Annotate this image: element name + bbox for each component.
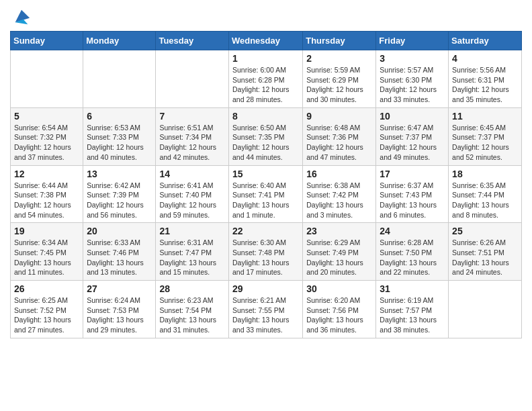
day-number: 19 xyxy=(14,226,79,236)
calendar-cell: 23Sunrise: 6:29 AM Sunset: 7:49 PM Dayli… xyxy=(303,223,376,281)
day-header-sunday: Sunday xyxy=(11,32,83,50)
calendar-cell: 18Sunrise: 6:35 AM Sunset: 7:44 PM Dayli… xyxy=(449,165,522,223)
logo-icon xyxy=(12,7,31,26)
day-number: 17 xyxy=(380,169,445,179)
calendar-cell: 30Sunrise: 6:20 AM Sunset: 7:56 PM Dayli… xyxy=(303,281,376,338)
calendar-cell: 19Sunrise: 6:34 AM Sunset: 7:45 PM Dayli… xyxy=(11,223,83,281)
calendar-week-row: 26Sunrise: 6:25 AM Sunset: 7:52 PM Dayli… xyxy=(11,281,522,338)
calendar-cell: 7Sunrise: 6:51 AM Sunset: 7:34 PM Daylig… xyxy=(156,107,229,165)
day-number: 25 xyxy=(452,226,518,236)
day-info: Sunrise: 6:41 AM Sunset: 7:40 PM Dayligh… xyxy=(159,181,225,220)
calendar-cell xyxy=(156,50,229,108)
day-info: Sunrise: 6:51 AM Sunset: 7:34 PM Dayligh… xyxy=(159,123,225,163)
day-number: 18 xyxy=(452,169,518,179)
calendar-cell: 31Sunrise: 6:19 AM Sunset: 7:57 PM Dayli… xyxy=(376,281,449,338)
calendar-cell: 29Sunrise: 6:21 AM Sunset: 7:55 PM Dayli… xyxy=(228,281,302,338)
day-number: 24 xyxy=(380,226,445,236)
calendar-cell: 14Sunrise: 6:41 AM Sunset: 7:40 PM Dayli… xyxy=(156,165,229,223)
day-number: 7 xyxy=(159,111,225,122)
calendar-cell: 8Sunrise: 6:50 AM Sunset: 7:35 PM Daylig… xyxy=(228,107,302,165)
day-info: Sunrise: 6:00 AM Sunset: 6:28 PM Dayligh… xyxy=(232,65,299,105)
calendar-cell xyxy=(83,50,156,108)
day-info: Sunrise: 6:54 AM Sunset: 7:32 PM Dayligh… xyxy=(14,123,79,163)
day-info: Sunrise: 5:57 AM Sunset: 6:30 PM Dayligh… xyxy=(380,65,445,105)
calendar-week-row: 12Sunrise: 6:44 AM Sunset: 7:38 PM Dayli… xyxy=(11,165,522,223)
day-info: Sunrise: 6:44 AM Sunset: 7:38 PM Dayligh… xyxy=(14,181,79,220)
day-number: 3 xyxy=(380,53,445,64)
day-number: 21 xyxy=(159,226,225,236)
day-info: Sunrise: 6:42 AM Sunset: 7:39 PM Dayligh… xyxy=(87,181,152,220)
day-info: Sunrise: 6:48 AM Sunset: 7:36 PM Dayligh… xyxy=(306,123,372,163)
day-info: Sunrise: 5:59 AM Sunset: 6:29 PM Dayligh… xyxy=(306,65,372,105)
day-info: Sunrise: 6:34 AM Sunset: 7:45 PM Dayligh… xyxy=(14,238,79,277)
day-number: 11 xyxy=(452,111,518,122)
day-info: Sunrise: 6:30 AM Sunset: 7:48 PM Dayligh… xyxy=(232,238,299,277)
day-number: 9 xyxy=(306,111,372,122)
day-info: Sunrise: 6:25 AM Sunset: 7:52 PM Dayligh… xyxy=(14,295,79,335)
day-info: Sunrise: 6:24 AM Sunset: 7:53 PM Dayligh… xyxy=(87,295,152,335)
calendar-week-row: 5Sunrise: 6:54 AM Sunset: 7:32 PM Daylig… xyxy=(11,107,522,165)
page-container: SundayMondayTuesdayWednesdayThursdayFrid… xyxy=(0,0,532,349)
calendar-cell xyxy=(11,50,83,108)
logo xyxy=(10,10,31,26)
day-header-thursday: Thursday xyxy=(303,32,376,50)
calendar-cell: 1Sunrise: 6:00 AM Sunset: 6:28 PM Daylig… xyxy=(228,50,302,108)
calendar-week-row: 19Sunrise: 6:34 AM Sunset: 7:45 PM Dayli… xyxy=(11,223,522,281)
day-info: Sunrise: 6:26 AM Sunset: 7:51 PM Dayligh… xyxy=(452,238,518,277)
day-info: Sunrise: 6:28 AM Sunset: 7:50 PM Dayligh… xyxy=(380,238,445,277)
calendar-week-row: 1Sunrise: 6:00 AM Sunset: 6:28 PM Daylig… xyxy=(11,50,522,108)
day-number: 4 xyxy=(452,53,518,64)
day-info: Sunrise: 6:21 AM Sunset: 7:55 PM Dayligh… xyxy=(232,295,299,335)
calendar-cell: 2Sunrise: 5:59 AM Sunset: 6:29 PM Daylig… xyxy=(303,50,376,108)
day-number: 13 xyxy=(87,169,152,179)
calendar-cell: 16Sunrise: 6:38 AM Sunset: 7:42 PM Dayli… xyxy=(303,165,376,223)
calendar-cell: 10Sunrise: 6:47 AM Sunset: 7:37 PM Dayli… xyxy=(376,107,449,165)
calendar-cell: 12Sunrise: 6:44 AM Sunset: 7:38 PM Dayli… xyxy=(11,165,83,223)
calendar-cell: 21Sunrise: 6:31 AM Sunset: 7:47 PM Dayli… xyxy=(156,223,229,281)
day-info: Sunrise: 6:37 AM Sunset: 7:43 PM Dayligh… xyxy=(380,181,445,220)
day-info: Sunrise: 6:33 AM Sunset: 7:46 PM Dayligh… xyxy=(87,238,152,277)
day-number: 26 xyxy=(14,283,79,294)
day-info: Sunrise: 6:23 AM Sunset: 7:54 PM Dayligh… xyxy=(159,295,225,335)
day-number: 16 xyxy=(306,169,372,179)
day-info: Sunrise: 6:47 AM Sunset: 7:37 PM Dayligh… xyxy=(380,123,445,163)
day-number: 29 xyxy=(232,283,299,294)
calendar-cell: 28Sunrise: 6:23 AM Sunset: 7:54 PM Dayli… xyxy=(156,281,229,338)
day-number: 14 xyxy=(159,169,225,179)
calendar-cell: 25Sunrise: 6:26 AM Sunset: 7:51 PM Dayli… xyxy=(449,223,522,281)
calendar-cell: 26Sunrise: 6:25 AM Sunset: 7:52 PM Dayli… xyxy=(11,281,83,338)
day-number: 27 xyxy=(87,283,152,294)
day-number: 5 xyxy=(14,111,79,122)
day-info: Sunrise: 6:40 AM Sunset: 7:41 PM Dayligh… xyxy=(232,181,299,220)
calendar-cell xyxy=(449,281,522,338)
day-info: Sunrise: 6:31 AM Sunset: 7:47 PM Dayligh… xyxy=(159,238,225,277)
calendar-cell: 4Sunrise: 5:56 AM Sunset: 6:31 PM Daylig… xyxy=(449,50,522,108)
day-number: 1 xyxy=(232,53,299,64)
day-number: 28 xyxy=(159,283,225,294)
day-number: 30 xyxy=(306,283,372,294)
calendar-header-row: SundayMondayTuesdayWednesdayThursdayFrid… xyxy=(11,32,522,50)
day-info: Sunrise: 6:53 AM Sunset: 7:33 PM Dayligh… xyxy=(87,123,152,163)
day-number: 6 xyxy=(87,111,152,122)
day-number: 31 xyxy=(380,283,445,294)
calendar-cell: 22Sunrise: 6:30 AM Sunset: 7:48 PM Dayli… xyxy=(228,223,302,281)
calendar-cell: 13Sunrise: 6:42 AM Sunset: 7:39 PM Dayli… xyxy=(83,165,156,223)
day-info: Sunrise: 6:45 AM Sunset: 7:37 PM Dayligh… xyxy=(452,123,518,163)
day-number: 20 xyxy=(87,226,152,236)
day-number: 23 xyxy=(306,226,372,236)
calendar-table: SundayMondayTuesdayWednesdayThursdayFrid… xyxy=(10,31,522,338)
day-info: Sunrise: 5:56 AM Sunset: 6:31 PM Dayligh… xyxy=(452,65,518,105)
calendar-cell: 11Sunrise: 6:45 AM Sunset: 7:37 PM Dayli… xyxy=(449,107,522,165)
calendar-cell: 17Sunrise: 6:37 AM Sunset: 7:43 PM Dayli… xyxy=(376,165,449,223)
calendar-cell: 15Sunrise: 6:40 AM Sunset: 7:41 PM Dayli… xyxy=(228,165,302,223)
day-header-saturday: Saturday xyxy=(449,32,522,50)
day-info: Sunrise: 6:29 AM Sunset: 7:49 PM Dayligh… xyxy=(306,238,372,277)
header xyxy=(10,7,522,26)
day-number: 22 xyxy=(232,226,299,236)
calendar-cell: 5Sunrise: 6:54 AM Sunset: 7:32 PM Daylig… xyxy=(11,107,83,165)
day-number: 15 xyxy=(232,169,299,179)
day-info: Sunrise: 6:38 AM Sunset: 7:42 PM Dayligh… xyxy=(306,181,372,220)
calendar-cell: 27Sunrise: 6:24 AM Sunset: 7:53 PM Dayli… xyxy=(83,281,156,338)
calendar-cell: 20Sunrise: 6:33 AM Sunset: 7:46 PM Dayli… xyxy=(83,223,156,281)
day-info: Sunrise: 6:20 AM Sunset: 7:56 PM Dayligh… xyxy=(306,295,372,335)
